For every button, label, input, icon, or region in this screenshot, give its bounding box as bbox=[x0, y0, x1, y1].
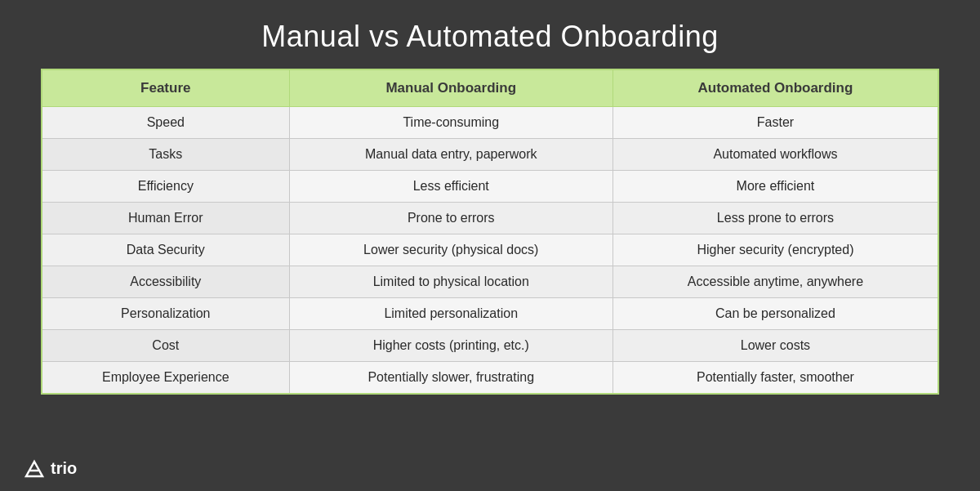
manual-cell: Manual data entry, paperwork bbox=[289, 139, 612, 171]
table-row: PersonalizationLimited personalizationCa… bbox=[42, 298, 938, 330]
trio-logo-icon bbox=[23, 457, 46, 480]
logo-text: trio bbox=[51, 459, 77, 478]
automated-cell: Accessible anytime, anywhere bbox=[612, 266, 938, 298]
table-body: SpeedTime-consumingFasterTasksManual dat… bbox=[42, 107, 938, 395]
manual-cell: Limited personalization bbox=[289, 298, 612, 330]
table-row: EfficiencyLess efficientMore efficient bbox=[42, 171, 938, 203]
manual-cell: Prone to errors bbox=[289, 203, 612, 234]
manual-cell: Potentially slower, frustrating bbox=[289, 362, 612, 395]
svg-marker-0 bbox=[26, 462, 42, 476]
feature-cell: Accessibility bbox=[42, 266, 289, 298]
feature-cell: Personalization bbox=[42, 298, 289, 330]
header-manual: Manual Onboarding bbox=[289, 69, 612, 107]
automated-cell: Can be personalized bbox=[612, 298, 938, 330]
manual-cell: Time-consuming bbox=[289, 107, 612, 139]
manual-cell: Lower security (physical docs) bbox=[289, 234, 612, 266]
header-feature: Feature bbox=[42, 69, 289, 107]
table-row: TasksManual data entry, paperworkAutomat… bbox=[42, 139, 938, 171]
page-title: Manual vs Automated Onboarding bbox=[261, 20, 718, 54]
logo: trio bbox=[23, 457, 77, 480]
table-row: Employee ExperiencePotentially slower, f… bbox=[42, 362, 938, 395]
feature-cell: Tasks bbox=[42, 139, 289, 171]
automated-cell: Higher security (encrypted) bbox=[612, 234, 938, 266]
automated-cell: Automated workflows bbox=[612, 139, 938, 171]
automated-cell: Potentially faster, smoother bbox=[612, 362, 938, 395]
feature-cell: Data Security bbox=[42, 234, 289, 266]
automated-cell: Less prone to errors bbox=[612, 203, 938, 234]
table-row: SpeedTime-consumingFaster bbox=[42, 107, 938, 139]
table-row: AccessibilityLimited to physical locatio… bbox=[42, 266, 938, 298]
automated-cell: More efficient bbox=[612, 171, 938, 203]
automated-cell: Lower costs bbox=[612, 330, 938, 362]
manual-cell: Higher costs (printing, etc.) bbox=[289, 330, 612, 362]
automated-cell: Faster bbox=[612, 107, 938, 139]
table-row: Human ErrorProne to errorsLess prone to … bbox=[42, 203, 938, 234]
manual-cell: Limited to physical location bbox=[289, 266, 612, 298]
feature-cell: Employee Experience bbox=[42, 362, 289, 395]
feature-cell: Speed bbox=[42, 107, 289, 139]
comparison-table: Feature Manual Onboarding Automated Onbo… bbox=[41, 69, 939, 395]
table-row: CostHigher costs (printing, etc.)Lower c… bbox=[42, 330, 938, 362]
feature-cell: Human Error bbox=[42, 203, 289, 234]
header-automated: Automated Onboarding bbox=[612, 69, 938, 107]
table-header-row: Feature Manual Onboarding Automated Onbo… bbox=[42, 69, 938, 107]
table-row: Data SecurityLower security (physical do… bbox=[42, 234, 938, 266]
comparison-table-wrapper: Feature Manual Onboarding Automated Onbo… bbox=[41, 69, 939, 395]
feature-cell: Cost bbox=[42, 330, 289, 362]
feature-cell: Efficiency bbox=[42, 171, 289, 203]
manual-cell: Less efficient bbox=[289, 171, 612, 203]
